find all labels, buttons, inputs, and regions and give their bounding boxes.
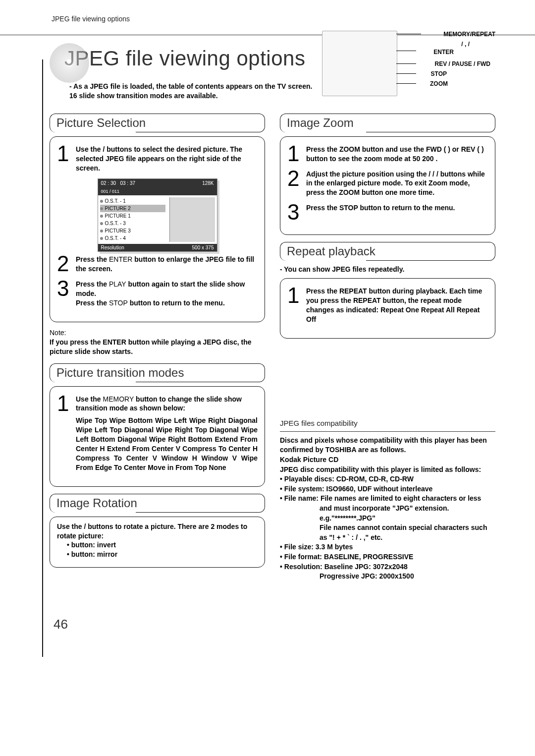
toc-screenshot: 02 : 30 03 : 37 128K 001 / 011 O.S.T. - … xyxy=(98,178,217,252)
step-text: Press the PLAY button again to start the… xyxy=(76,280,258,308)
label-memory: MEMORY/REPEAT xyxy=(443,31,495,38)
compat-heading: JPEG files compatibility xyxy=(280,419,495,428)
section-zoom: Image Zoom xyxy=(280,114,495,132)
box-repeat: 1Press the REPEAT button during playback… xyxy=(280,278,495,339)
label-stop: STOP xyxy=(431,70,447,77)
running-head: JPEG file viewing options xyxy=(50,15,495,23)
step-text: Adjust the picture position using the / … xyxy=(306,170,488,198)
label-nav: / , / xyxy=(461,41,470,48)
note-head: Note: xyxy=(50,328,265,338)
step-number: 2 xyxy=(57,255,71,272)
step-number: 1 xyxy=(57,395,71,412)
label-rev: REV / PAUSE / FWD xyxy=(435,60,490,67)
compat-body: Discs and pixels whose compatibility wit… xyxy=(280,436,495,582)
page-number: 46 xyxy=(54,617,68,632)
step-text: Use the / buttons to select the desired … xyxy=(76,145,258,173)
section-repeat: Repeat playback xyxy=(280,242,495,261)
box-transition: 1 Use the MEMORY button to change the sl… xyxy=(50,386,265,487)
note-body: If you press the ENTER button while play… xyxy=(50,338,265,356)
label-zoom: ZOOM xyxy=(430,80,448,87)
label-enter: ENTER xyxy=(433,49,454,56)
hero-subtitle: - As a JPEG file is loaded, the table of… xyxy=(50,82,317,101)
box-zoom: 1Press the ZOOM button and use the FWD (… xyxy=(280,136,495,235)
remote-diagram: MEMORY/REPEAT / , / ENTER REV / PAUSE / … xyxy=(322,31,495,100)
repeat-lead: - You can show JPEG files repeatedly. xyxy=(280,265,495,274)
step-text: Press the REPEAT button during playback.… xyxy=(306,287,488,324)
disc-icon xyxy=(50,43,89,83)
section-picture-selection: Picture Selection xyxy=(50,114,265,132)
step-text: Press the STOP button to return to the m… xyxy=(306,203,455,213)
remote-outline xyxy=(322,31,397,96)
box-picture-selection: 1 Use the / buttons to select the desire… xyxy=(50,136,265,322)
section-transition: Picture transition modes xyxy=(50,363,265,382)
section-rotation: Image Rotation xyxy=(50,494,265,513)
step-text: Press the ZOOM button and use the FWD ( … xyxy=(306,145,488,164)
box-rotation: Use the / buttons to rotate a picture. T… xyxy=(50,517,265,568)
step-number: 3 xyxy=(57,280,71,297)
step-text: Use the MEMORY button to change the slid… xyxy=(76,395,258,472)
step-text: Press the ENTER button to enlarge the JP… xyxy=(76,255,258,274)
step-number: 1 xyxy=(57,145,71,162)
